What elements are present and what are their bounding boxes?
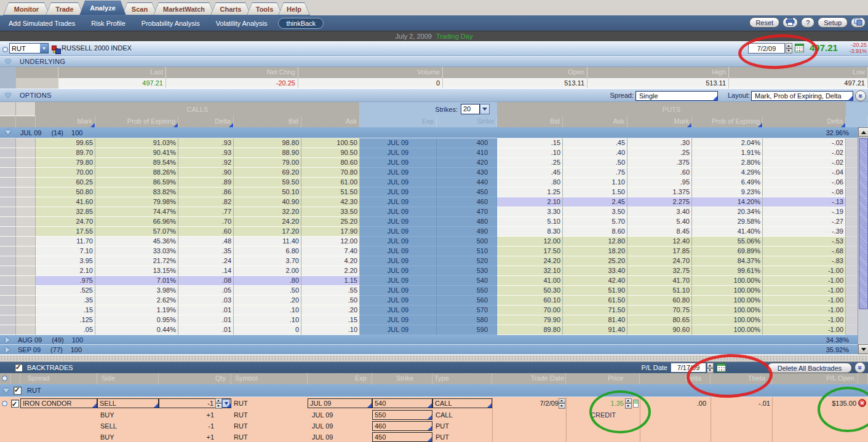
call-mark-550[interactable]: .525 [36, 286, 95, 296]
leg-qty[interactable]: -1 [159, 398, 231, 408]
call-ask-400[interactable]: 100.50 [301, 138, 360, 148]
put-prob-540[interactable]: 42.40 [563, 276, 627, 286]
call-bid-410[interactable]: 88.90 [234, 148, 301, 158]
put-delta-450[interactable]: 1.375 [627, 187, 692, 197]
call-delta-410[interactable]: .93 [178, 148, 234, 158]
put-delta-410[interactable]: .25 [627, 148, 692, 158]
call-ask-540[interactable]: 1.15 [301, 276, 360, 286]
call-mark-470[interactable]: 32.85 [36, 207, 95, 217]
call-ask-440[interactable]: 61.00 [301, 178, 360, 187]
call-bid-590[interactable]: 0 [234, 325, 301, 335]
underlying-section-bar[interactable]: UNDERLYING [0, 56, 868, 67]
put-delta-550[interactable]: 51.10 [627, 286, 692, 296]
tab-marketwatch[interactable]: MarketWatch [153, 2, 215, 15]
panel-splitter[interactable] [0, 355, 868, 362]
leg-strike[interactable]: 540 [372, 398, 432, 408]
put-bid-450[interactable]: 9.23% [692, 187, 763, 197]
call-prob-510[interactable]: 33.03% [95, 247, 178, 256]
put-mark-520[interactable]: 24.20 [497, 256, 563, 266]
scroll-down-button[interactable] [858, 344, 868, 354]
pl-date-input[interactable]: 7/17/09 [671, 363, 706, 373]
call-bid-500[interactable]: 11.40 [234, 237, 301, 247]
call-prob-450[interactable]: 83.82% [95, 187, 178, 197]
put-bid-570[interactable]: 100.00% [692, 306, 763, 315]
call-bid-440[interactable]: 59.50 [234, 178, 301, 187]
tab-charts[interactable]: Charts [210, 2, 251, 15]
reset-button[interactable]: Reset [749, 17, 779, 28]
options-section-bar[interactable]: OPTIONS Spread: Single Layout: Mark, Pro… [0, 89, 868, 102]
put-prob-560[interactable]: 61.50 [563, 296, 627, 306]
put-bid-440[interactable]: 6.49% [692, 178, 763, 187]
call-prob-420[interactable]: 89.54% [95, 158, 178, 168]
call-ask-560[interactable]: .50 [301, 296, 360, 306]
call-bid-400[interactable]: 98.80 [234, 138, 301, 148]
put-delta-540[interactable]: 41.70 [627, 276, 692, 286]
call-delta-590[interactable]: .01 [178, 325, 234, 335]
call-prob-500[interactable]: 45.36% [95, 237, 178, 247]
call-ask-480[interactable]: 25.20 [301, 217, 360, 227]
bt-col-header-symbol[interactable]: Symbol [231, 373, 308, 384]
tab-monitor[interactable]: Monitor [3, 2, 50, 15]
subnav-probability-analysis[interactable]: Probability Analysis [141, 20, 200, 27]
put-bid-460[interactable]: 14.20% [692, 197, 763, 207]
put-bid-470[interactable]: 20.34% [692, 207, 763, 217]
call-ask-470[interactable]: 33.50 [301, 207, 360, 217]
call-bid-560[interactable]: .20 [234, 296, 301, 306]
collapse-triangle-icon[interactable] [5, 93, 11, 98]
call-mark-430[interactable]: 70.00 [36, 168, 95, 178]
leg-type[interactable]: CALL [432, 398, 492, 408]
call-bid-460[interactable]: 40.90 [234, 197, 301, 207]
put-mark-590[interactable]: 89.80 [497, 325, 563, 335]
call-bid-420[interactable]: 79.00 [234, 158, 301, 168]
subnav-thinkback-active[interactable]: thinkBack [278, 18, 324, 29]
call-delta-420[interactable]: .92 [178, 158, 234, 168]
put-ask-440[interactable]: -.06 [763, 178, 846, 187]
call-ask-430[interactable]: 70.80 [301, 168, 360, 178]
call-bid-580[interactable]: .10 [234, 315, 301, 325]
call-delta-440[interactable]: .89 [178, 178, 234, 187]
leg-side[interactable]: SELL [97, 398, 159, 408]
call-prob-440[interactable]: 86.59% [95, 178, 178, 187]
put-delta-420[interactable]: .375 [627, 158, 692, 168]
put-ask-460[interactable]: -.13 [763, 197, 846, 207]
put-prob-550[interactable]: 51.90 [563, 286, 627, 296]
symbol-input[interactable] [10, 44, 40, 53]
tab-help[interactable]: Help [278, 2, 310, 15]
collapsed-triangle-icon[interactable] [6, 347, 10, 353]
put-delta-430[interactable]: .60 [627, 168, 692, 178]
put-prob-480[interactable]: 5.70 [563, 217, 627, 227]
delete-all-backtrades-button[interactable]: Delete All Backtrades [767, 363, 852, 373]
backtrades-checkbox[interactable] [15, 364, 23, 372]
put-mark-490[interactable]: 8.30 [497, 227, 563, 237]
call-bid-570[interactable]: .10 [234, 306, 301, 315]
put-delta-460[interactable]: 2.275 [627, 197, 692, 207]
call-mark-460[interactable]: 41.60 [36, 197, 95, 207]
call-delta-580[interactable]: .01 [178, 315, 234, 325]
call-delta-520[interactable]: .24 [178, 256, 234, 266]
put-ask-540[interactable]: -1.00 [763, 276, 846, 286]
layout-dropdown[interactable]: Mark, Prob of Expiring, Delta [751, 91, 853, 101]
call-ask-410[interactable]: 90.50 [301, 148, 360, 158]
bt-col-header-exp[interactable]: Exp [308, 373, 372, 384]
call-bid-540[interactable]: .80 [234, 276, 301, 286]
call-ask-500[interactable]: 12.00 [301, 237, 360, 247]
put-prob-400[interactable]: .45 [563, 138, 627, 148]
leg-spread[interactable]: IRON CONDOR [20, 398, 97, 408]
put-prob-590[interactable]: 91.40 [563, 325, 627, 335]
put-mark-530[interactable]: 32.10 [497, 266, 563, 276]
call-mark-480[interactable]: 24.70 [36, 217, 95, 227]
tab-trade[interactable]: Trade [46, 2, 84, 15]
trade-date-spinner[interactable] [559, 398, 565, 409]
call-ask-580[interactable]: .15 [301, 315, 360, 325]
put-mark-540[interactable]: 41.00 [497, 276, 563, 286]
put-delta-500[interactable]: 12.40 [627, 237, 692, 247]
put-prob-570[interactable]: 71.50 [563, 306, 627, 315]
put-bid-540[interactable]: 100.00% [692, 276, 763, 286]
bt-col-header-side[interactable]: Side [97, 373, 159, 384]
col-header-put-prob[interactable]: Prob of Expiring [692, 116, 763, 127]
call-mark-450[interactable]: 50.80 [36, 187, 95, 197]
leg-checkbox[interactable] [11, 400, 19, 408]
subnav-volatility-analysis[interactable]: Volatility Analysis [216, 20, 268, 27]
call-delta-500[interactable]: .48 [178, 237, 234, 247]
put-ask-450[interactable]: -.08 [763, 187, 846, 197]
